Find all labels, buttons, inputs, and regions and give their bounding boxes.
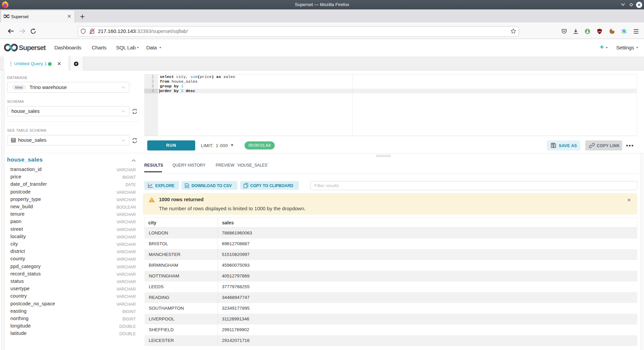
svg-text:uO: uO <box>598 31 601 33</box>
